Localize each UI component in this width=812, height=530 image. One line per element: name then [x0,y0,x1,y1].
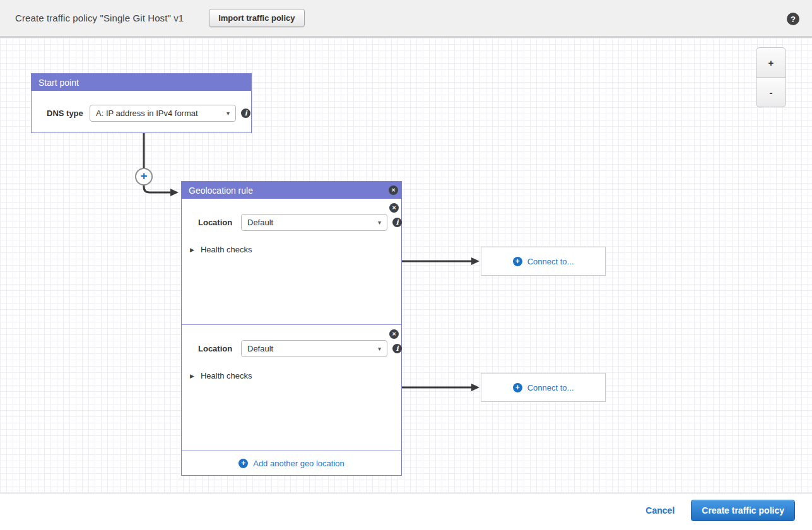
geolocation-rule-header: Geolocation rule ✕ [182,182,401,199]
close-icon[interactable]: ✕ [389,329,399,339]
geolocation-rule-title: Geolocation rule [189,186,253,196]
health-checks-toggle[interactable]: ▶ Health checks [182,371,401,380]
close-icon[interactable]: ✕ [389,203,399,213]
plus-circle-icon: + [238,459,248,468]
health-checks-label: Health checks [201,245,252,254]
location-select[interactable]: Default ▾ [241,214,387,231]
connect-to-label: Connect to... [527,383,574,392]
zoom-out-button[interactable]: - [756,77,786,107]
plus-circle-icon: + [513,257,522,266]
geo-location-section: ✕ Location Default ▾ i ▶ Health checks [182,199,401,325]
start-point-node: Start point DNS type A: IP address in IP… [31,73,252,133]
location-row: Location Default ▾ i [182,325,401,357]
arrowhead-icon [471,384,480,391]
close-icon[interactable]: ✕ [389,186,398,195]
info-icon[interactable]: i [392,344,402,353]
info-icon[interactable]: i [392,218,402,227]
dns-type-selected-value: A: IP address in IPv4 format [96,109,198,118]
start-point-header: Start point [32,74,251,91]
create-traffic-policy-button[interactable]: Create traffic policy [691,500,795,521]
location-row: Location Default ▾ i [182,199,401,231]
plus-circle-icon: + [513,383,522,392]
chevron-down-icon: ▾ [378,219,381,226]
location-selected-value: Default [247,218,273,227]
action-footer: Cancel Create traffic policy [0,493,812,527]
cancel-link[interactable]: Cancel [645,505,674,515]
health-checks-label: Health checks [201,371,252,380]
connector-elbow-to-rule [144,186,170,192]
app: Create traffic policy "Single Git Host" … [0,0,812,527]
arrowhead-icon [471,257,480,265]
import-traffic-policy-button[interactable]: Import traffic policy [209,9,304,27]
zoom-in-button[interactable]: + [756,47,786,78]
arrowhead-icon [170,189,179,196]
location-selected-value: Default [247,344,273,353]
policy-canvas: + - Start point DNS type A: IP address i… [0,38,812,493]
geolocation-rule-node: Geolocation rule ✕ ✕ Location Default ▾ … [181,181,402,476]
geo-location-section: ✕ Location Default ▾ i ▶ Health checks [182,325,401,451]
dns-type-select[interactable]: A: IP address in IPv4 format ▾ [90,105,236,122]
zoom-controls: + - [756,47,786,107]
disclosure-triangle-icon: ▶ [190,247,194,253]
connect-to-label: Connect to... [527,257,574,266]
location-label: Location [198,218,237,227]
topbar: Create traffic policy "Single Git Host" … [0,0,812,38]
chevron-down-icon: ▾ [378,345,381,352]
connect-to-target-1[interactable]: + Connect to... [481,247,606,276]
info-icon[interactable]: i [241,109,250,118]
geo-rule-footer: + Add another geo location [182,451,401,475]
connect-to-target-2[interactable]: + Connect to... [481,373,606,402]
health-checks-toggle[interactable]: ▶ Health checks [182,245,401,254]
dns-type-label: DNS type [47,109,86,118]
page-title: Create traffic policy "Single Git Host" … [15,13,184,23]
add-geo-location-link[interactable]: + Add another geo location [238,459,344,468]
chevron-down-icon: ▾ [227,110,230,117]
add-rule-plus-button[interactable]: + [135,168,153,186]
location-label: Location [198,344,237,353]
add-geo-location-label: Add another geo location [253,459,344,468]
start-point-title: Start point [38,78,79,88]
location-select[interactable]: Default ▾ [241,340,387,357]
help-icon[interactable]: ? [787,13,799,25]
dns-type-row: DNS type A: IP address in IPv4 format ▾ … [32,105,251,122]
disclosure-triangle-icon: ▶ [190,373,194,379]
